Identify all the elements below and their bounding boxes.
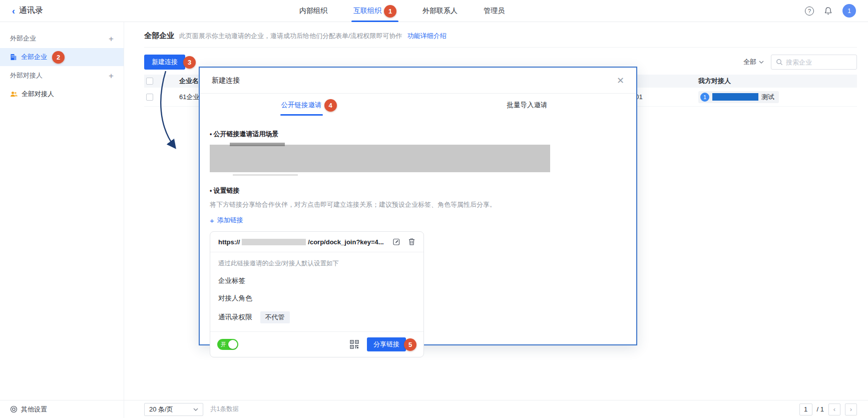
row-checkbox[interactable] (146, 94, 153, 101)
sidebar-item-label: 全部对接人 (22, 90, 54, 99)
contact-name: 测试 (761, 93, 774, 102)
page-total-label: / 1 (817, 405, 824, 413)
setup-link-description: 将下方链接分享给合作伙伴，对方点击即可建立连接关系；建议预设企业标签、角色等属性… (210, 200, 626, 209)
next-page-button[interactable]: › (845, 403, 857, 415)
permission-value-tag: 不代管 (260, 311, 290, 323)
modal-tabs: 公开链接邀请 4 批量导入邀请 (200, 94, 636, 117)
back-chevron-icon: ‹ (12, 7, 15, 16)
field-contact-role: 对接人角色 (218, 294, 415, 303)
new-connection-modal: 新建连接 ✕ 公开链接邀请 4 批量导入邀请 公开链接邀请适用场景 设置链接 将… (199, 67, 637, 345)
sidebar-item-all-companies[interactable]: 全部企业 2 (0, 48, 124, 66)
sidebar-group-external-companies: 外部企业 + (0, 29, 124, 48)
modal-content: 公开链接邀请适用场景 设置链接 将下方链接分享给合作伙伴，对方点击即可建立连接关… (200, 117, 636, 357)
search-icon (776, 59, 783, 66)
tab-internal-org[interactable]: 内部组织 (299, 0, 327, 22)
annotation-badge-2: 2 (52, 51, 65, 64)
annotation-badge-1: 1 (384, 5, 396, 18)
annotation-badge-5: 5 (404, 338, 416, 351)
sidebar: 外部企业 + 全部企业 2 外部对接人 + 全部对接人 (0, 22, 124, 418)
bell-icon[interactable] (824, 7, 832, 15)
top-header: ‹ 通讯录 内部组织 互联组织 1 外部联系人 管理员 ? 1 (0, 0, 868, 22)
share-link-button[interactable]: 分享链接 (367, 337, 406, 351)
plus-icon: + (210, 217, 214, 224)
field-company-tag: 企业标签 (218, 276, 415, 285)
field-addressbook-permission: 通讯录权限 不代管 (218, 311, 415, 323)
annotation-badge-4: 4 (324, 99, 337, 112)
people-icon (10, 91, 18, 98)
invite-link-card: https:// /corp/dock_join?key=4... 通过此链 (210, 231, 424, 357)
user-avatar[interactable]: 1 (842, 4, 856, 18)
redacted-contact-name (712, 93, 758, 101)
modal-title: 新建连接 (212, 76, 240, 85)
header-tabs: 内部组织 互联组织 1 外部联系人 管理员 (299, 0, 505, 22)
edit-link-icon[interactable] (392, 238, 400, 246)
tab-external-contacts[interactable]: 外部联系人 (422, 0, 458, 22)
delete-link-icon[interactable] (408, 238, 415, 246)
url-prefix: https:// (218, 238, 240, 246)
col-our-contact: 我方对接人 (696, 77, 857, 86)
sidebar-item-all-contacts[interactable]: 全部对接人 (0, 85, 124, 103)
other-settings-button[interactable]: 其他设置 (0, 400, 124, 418)
tab-admin[interactable]: 管理员 (484, 0, 505, 22)
page-subtitle: 此页面展示你主动邀请的企业，邀请成功后给他们分配表单/流程权限即可协作 (179, 32, 402, 41)
other-settings-label: 其他设置 (21, 405, 47, 414)
qr-code-icon[interactable] (350, 340, 359, 349)
close-icon[interactable]: ✕ (617, 76, 624, 85)
sidebar-item-label: 全部企业 (21, 53, 47, 62)
link-card-footer: 开 分享链接 5 (210, 331, 423, 357)
chevron-down-icon (193, 408, 198, 411)
select-all-checkbox[interactable] (146, 78, 153, 85)
setup-link-heading: 设置链接 (210, 186, 626, 195)
feature-intro-link[interactable]: 功能详细介绍 (407, 32, 447, 41)
sidebar-group-external-contacts: 外部对接人 + (0, 66, 124, 85)
add-link-button[interactable]: + 添加链接 (210, 216, 243, 225)
search-box (771, 55, 857, 70)
back-button[interactable]: ‹ 通讯录 (12, 6, 43, 16)
page-title-row: 全部企业 此页面展示你主动邀请的企业，邀请成功后给他们分配表单/流程权限即可协作… (144, 22, 857, 41)
contact-chip: 1 测试 (698, 91, 779, 103)
settings-target-icon (10, 405, 18, 413)
filter-dropdown[interactable]: 全部 (743, 58, 764, 67)
search-input[interactable] (786, 59, 852, 66)
link-card-body: 通过此链接邀请的企业/对接人默认设置如下 企业标签 对接人角色 通讯录权限 不代… (210, 252, 423, 331)
link-enabled-toggle[interactable]: 开 (217, 339, 238, 350)
current-page-box[interactable]: 1 (799, 403, 812, 415)
prev-page-button[interactable]: ‹ (828, 403, 840, 415)
pager: 1 / 1 ‹ › (799, 403, 857, 415)
url-suffix: /corp/dock_join?key=4... (308, 238, 383, 246)
page-size-select[interactable]: 20 条/页 (144, 403, 203, 416)
contact-avatar: 1 (700, 93, 709, 102)
default-settings-description: 通过此链接邀请的企业/对接人默认设置如下 (218, 259, 415, 268)
chevron-down-icon (759, 61, 764, 64)
page-footer: 其他设置 20 条/页 共1条数据 1 / 1 ‹ › (0, 400, 868, 418)
divider (144, 47, 857, 48)
tab-connected-org[interactable]: 互联组织 1 (353, 0, 396, 22)
app-title: 通讯录 (19, 6, 43, 16)
scene-heading: 公开链接邀请适用场景 (210, 130, 626, 139)
annotation-badge-3: 3 (183, 56, 196, 69)
app-window: ‹ 通讯录 内部组织 互联组织 1 外部联系人 管理员 ? 1 (0, 0, 868, 418)
toolbar-right: 全部 (743, 55, 857, 70)
company-icon (10, 54, 17, 61)
pagination-bar: 20 条/页 共1条数据 1 / 1 ‹ › (124, 400, 868, 418)
header-actions: ? 1 (805, 4, 856, 18)
new-connection-button[interactable]: 新建连接 (144, 55, 185, 70)
redacted-url-domain (242, 239, 306, 245)
tab-batch-import-invite[interactable]: 批量导入邀请 (418, 94, 636, 117)
add-external-company-icon[interactable]: + (109, 35, 114, 43)
add-external-contact-icon[interactable]: + (109, 72, 114, 80)
page-title: 全部企业 (144, 31, 174, 41)
total-count: 共1条数据 (210, 405, 239, 413)
tab-public-link-invite[interactable]: 公开链接邀请 4 (200, 94, 418, 117)
link-url-row: https:// /corp/dock_join?key=4... (210, 232, 423, 252)
redacted-scene-illustration (210, 145, 550, 172)
modal-header: 新建连接 ✕ (200, 68, 636, 94)
help-icon[interactable]: ? (805, 7, 814, 16)
